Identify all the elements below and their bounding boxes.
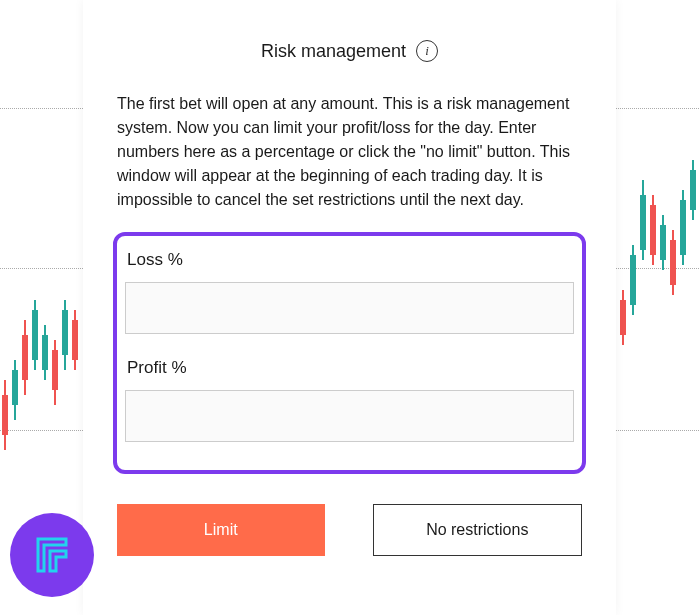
brand-logo-badge	[10, 513, 94, 597]
input-fields-highlight: Loss % Profit %	[113, 232, 586, 474]
modal-description: The first bet will open at any amount. T…	[113, 92, 586, 212]
no-restrictions-button[interactable]: No restrictions	[373, 504, 583, 556]
loss-input[interactable]	[125, 282, 574, 334]
brand-logo-icon	[28, 531, 76, 579]
modal-title: Risk management	[261, 41, 406, 62]
limit-button[interactable]: Limit	[117, 504, 325, 556]
loss-label: Loss %	[125, 250, 574, 270]
risk-management-modal: Risk management i The first bet will ope…	[83, 0, 616, 615]
modal-header: Risk management i	[113, 40, 586, 62]
profit-input[interactable]	[125, 390, 574, 442]
button-row: Limit No restrictions	[113, 504, 586, 556]
profit-label: Profit %	[125, 358, 574, 378]
info-icon[interactable]: i	[416, 40, 438, 62]
